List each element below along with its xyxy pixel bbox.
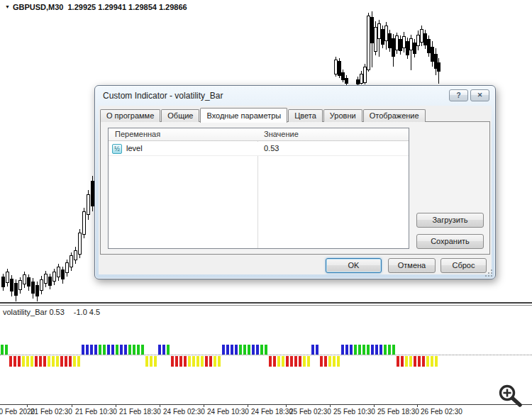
histogram-bar-green <box>5 345 8 355</box>
time-axis-label: 21 Feb 02:30 <box>31 408 72 416</box>
histogram-bar-red <box>269 356 272 367</box>
ok-button[interactable]: OK <box>326 258 382 273</box>
candle <box>410 35 413 70</box>
candle <box>19 277 22 294</box>
symbol-quote-line: ▼GBPUSD,M301.29925 1.29941 1.29854 1.298… <box>5 3 187 11</box>
histogram-bar-red <box>179 356 182 367</box>
histogram-bar-blue <box>158 345 161 355</box>
histogram-bar-green <box>137 345 140 355</box>
candle <box>367 13 370 72</box>
histogram-bar-yellow <box>22 356 25 367</box>
tab-0[interactable]: О программе <box>100 109 160 122</box>
histogram-bar-green <box>128 345 131 355</box>
histogram-bar-yellow <box>337 356 340 367</box>
histogram-bar-yellow <box>145 356 148 367</box>
histogram-bar-green <box>133 345 135 355</box>
candle <box>371 11 374 67</box>
histogram-bar-green <box>367 345 370 355</box>
histogram-bar-red <box>299 356 301 367</box>
histogram-bar-yellow <box>218 356 221 367</box>
histogram-bar-blue <box>371 345 374 355</box>
candle <box>28 274 31 291</box>
histogram-bar-yellow <box>56 356 59 367</box>
histogram-bar-yellow <box>303 356 306 367</box>
histogram-bar-blue <box>235 345 238 355</box>
histogram-bar-blue <box>375 345 378 355</box>
reset-button[interactable]: Сброс <box>440 258 487 273</box>
table-header-row[interactable]: Переменная Значение <box>109 128 409 141</box>
histogram-bar-red <box>13 356 16 367</box>
histogram-bar-yellow <box>333 356 336 367</box>
histogram-bar-blue <box>311 345 314 355</box>
histogram-bar-red <box>9 356 12 367</box>
histogram-bar-green <box>358 345 361 355</box>
help-button[interactable]: ? <box>449 89 468 101</box>
save-button[interactable]: Сохранить <box>416 234 484 249</box>
histogram-bar-green <box>388 345 391 355</box>
candle <box>364 64 367 84</box>
histogram-bar-yellow <box>31 356 33 367</box>
tab-1[interactable]: Общие <box>161 109 199 122</box>
histogram-bar-blue <box>94 345 97 355</box>
indicator-current-values: -1.0 4.5 <box>74 308 100 316</box>
histogram-bar-yellow <box>48 356 50 367</box>
axis-tick <box>330 405 331 407</box>
histogram-bar-red <box>401 356 404 367</box>
parameter-name: level <box>126 144 143 152</box>
dialog-title: Custom Indicator - volatility_Bar <box>103 91 223 101</box>
time-axis[interactable]: 20 Feb 202021 Feb 02:3021 Feb 10:3021 Fe… <box>0 404 532 417</box>
parameter-value[interactable]: 0.53 <box>264 144 279 152</box>
histogram-bar-red <box>320 356 323 367</box>
histogram-bar-yellow <box>282 356 284 367</box>
volatility-bar-subwindow[interactable]: volatility_Bar 0.53-1.0 4.5 <box>0 306 532 404</box>
close-button[interactable]: ✕ <box>470 89 489 101</box>
triangle-down-icon[interactable]: ▼ <box>5 4 10 9</box>
indicator-label: volatility_Bar 0.53-1.0 4.5 <box>3 308 100 316</box>
tab-2[interactable]: Входные параметры <box>200 108 287 123</box>
candle <box>435 48 438 75</box>
candle <box>360 71 363 84</box>
time-axis-label: 20 Feb 2020 <box>0 408 35 416</box>
histogram-bar-yellow <box>426 356 429 367</box>
candle <box>424 30 427 49</box>
histogram-bar-blue <box>252 345 255 355</box>
candle <box>396 33 399 54</box>
symbol-label: GBPUSD,M30 <box>13 3 64 11</box>
candle <box>79 229 82 258</box>
histogram-bar-yellow <box>214 356 216 367</box>
tab-5[interactable]: Отображение <box>363 109 426 122</box>
tab-3[interactable]: Цвета <box>288 109 323 122</box>
histogram-bar-green <box>354 345 357 355</box>
candle <box>342 70 345 82</box>
load-button[interactable]: Загрузить <box>416 213 484 228</box>
histogram-bar-green <box>239 345 242 355</box>
histogram-bar-blue <box>124 345 127 355</box>
table-row[interactable]: ½level0.53 <box>109 142 409 156</box>
tab-4[interactable]: Уровни <box>323 109 362 122</box>
time-axis-label: 25 Feb 02:30 <box>289 408 331 416</box>
candle <box>74 247 77 264</box>
candle <box>345 75 348 85</box>
candle <box>428 35 431 57</box>
histogram-bar-red <box>171 356 174 367</box>
histogram-bar-red <box>184 356 187 367</box>
histogram-bar-yellow <box>77 356 80 367</box>
candle <box>53 269 56 285</box>
candle <box>382 26 384 48</box>
cancel-button[interactable]: Отмена <box>388 258 436 273</box>
window-splitter[interactable] <box>0 302 532 306</box>
zoom-in-icon[interactable] <box>494 382 527 411</box>
parameters-table[interactable]: Переменная Значение ½level0.53 <box>108 128 409 249</box>
histogram-bar-red <box>39 356 42 367</box>
histogram-bar-blue <box>90 345 93 355</box>
axis-tick <box>248 405 248 407</box>
histogram-bar-blue <box>231 345 233 355</box>
histogram-bar-red <box>418 356 421 367</box>
histogram-bar-green <box>99 345 101 355</box>
resize-grip[interactable] <box>484 268 493 277</box>
dialog-tab-strip: О программеОбщиеВходные параметрыЦветаУр… <box>100 107 426 122</box>
dialog-titlebar[interactable]: Custom Indicator - volatility_Bar ? ✕ <box>95 86 495 106</box>
histogram-bar-red <box>18 356 21 367</box>
histogram-bar-red <box>60 356 63 367</box>
candle <box>357 77 360 85</box>
